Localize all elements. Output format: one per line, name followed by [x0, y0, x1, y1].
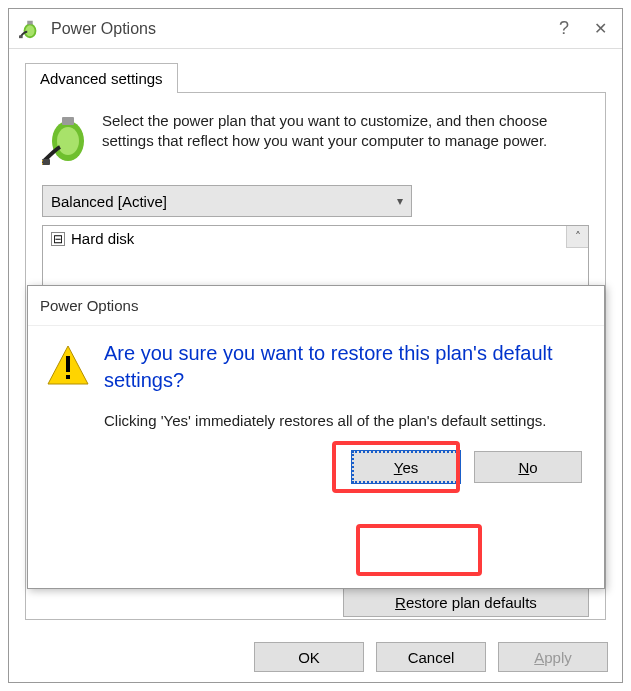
tab-strip: Advanced settings [25, 63, 606, 93]
help-button[interactable]: ? [546, 14, 582, 44]
svg-rect-6 [62, 117, 74, 125]
svg-rect-8 [42, 160, 43, 162]
power-plan-select[interactable]: Balanced [Active] ▾ [42, 185, 412, 217]
tree-item-hard-disk[interactable]: ⊟ Hard disk [43, 226, 588, 251]
intro-row: Select the power plan that you want to c… [42, 111, 589, 167]
warning-icon [46, 344, 90, 388]
titlebar: Power Options ? ✕ [9, 9, 622, 49]
svg-point-5 [57, 127, 79, 155]
ok-button[interactable]: OK [254, 642, 364, 672]
power-options-app-icon [19, 18, 41, 40]
svg-rect-12 [66, 375, 70, 379]
chevron-down-icon: ▾ [397, 194, 403, 208]
intro-text: Select the power plan that you want to c… [102, 111, 589, 167]
dialog-body: Are you sure you want to restore this pl… [28, 326, 604, 588]
restore-plan-defaults-button[interactable]: Restore plan defaults [343, 587, 589, 617]
window-content: Advanced settings [9, 49, 622, 632]
scroll-up-icon[interactable]: ˄ [566, 226, 588, 248]
tree-collapse-icon[interactable]: ⊟ [51, 232, 65, 246]
svg-rect-9 [42, 163, 43, 165]
no-button[interactable]: No [474, 451, 582, 483]
confirm-restore-dialog: Power Options Are you sure you want to r… [27, 285, 605, 589]
power-options-window: Power Options ? ✕ Advanced settings [8, 8, 623, 683]
dialog-title: Power Options [28, 286, 604, 326]
svg-rect-3 [19, 35, 23, 38]
dialog-button-row: Yes No [46, 451, 586, 495]
svg-rect-7 [42, 159, 50, 165]
tree-item-label: Hard disk [71, 230, 134, 247]
window-footer: OK Cancel Apply [9, 632, 622, 682]
window-title: Power Options [51, 20, 546, 38]
dialog-text: Clicking 'Yes' immediately restores all … [104, 410, 586, 431]
power-plan-value: Balanced [Active] [51, 193, 167, 210]
dialog-heading: Are you sure you want to restore this pl… [104, 340, 586, 394]
battery-icon [42, 111, 90, 167]
yes-button[interactable]: Yes [352, 451, 460, 483]
apply-button: Apply [498, 642, 608, 672]
close-button[interactable]: ✕ [582, 14, 618, 44]
svg-rect-2 [27, 20, 33, 24]
cancel-button[interactable]: Cancel [376, 642, 486, 672]
svg-rect-11 [66, 356, 70, 372]
tab-advanced-settings[interactable]: Advanced settings [25, 63, 178, 93]
svg-point-1 [25, 25, 34, 36]
